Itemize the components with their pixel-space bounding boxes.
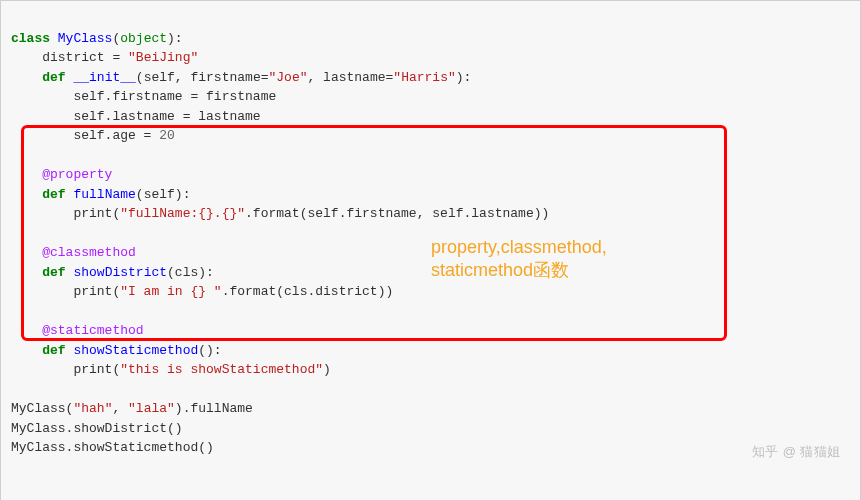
- params: (cls):: [167, 265, 214, 280]
- indent: [11, 265, 42, 280]
- string-literal: "BeiJing": [128, 50, 198, 65]
- code-text: .format(cls.district)): [222, 284, 394, 299]
- keyword-def: def: [42, 70, 73, 85]
- params: ():: [198, 343, 221, 358]
- paren-close: ):: [456, 70, 472, 85]
- function-fullname: fullName: [73, 187, 135, 202]
- comma: , lastname=: [308, 70, 394, 85]
- code-cell: class MyClass(object): district = "BeiJi…: [0, 0, 861, 500]
- string-literal: "fullName:{}.{}": [120, 206, 245, 221]
- comma: ,: [112, 401, 128, 416]
- decorator-property: @property: [11, 167, 112, 182]
- function-showstatic: showStaticmethod: [73, 343, 198, 358]
- decorator-classmethod: @classmethod: [11, 245, 136, 260]
- string-literal: "Harris": [393, 70, 455, 85]
- builtin-object: object: [120, 31, 167, 46]
- string-literal: "I am in {} ": [120, 284, 221, 299]
- code-line: MyClass.showStaticmethod(): [11, 440, 214, 455]
- annotation-line1: property,classmethod,: [431, 237, 607, 257]
- decorator-staticmethod: @staticmethod: [11, 323, 144, 338]
- params: (self):: [136, 187, 191, 202]
- indent: [11, 343, 42, 358]
- code-text: ): [323, 362, 331, 377]
- watermark-text: 知乎 @ 猫猫姐: [752, 442, 841, 462]
- class-name: MyClass: [58, 31, 113, 46]
- keyword-def: def: [42, 187, 73, 202]
- indent: [11, 70, 42, 85]
- code-text: ).fullName: [175, 401, 253, 416]
- code-text: self.age =: [11, 128, 159, 143]
- string-literal: "Joe": [268, 70, 307, 85]
- params: (self, firstname=: [136, 70, 269, 85]
- function-showdistrict: showDistrict: [73, 265, 167, 280]
- string-literal: "lala": [128, 401, 175, 416]
- code-text: district =: [11, 50, 128, 65]
- code-text: print(: [11, 284, 120, 299]
- code-line: MyClass.showDistrict(): [11, 421, 183, 436]
- code-text: MyClass(: [11, 401, 73, 416]
- code-text: .format(self.firstname, self.lastname)): [245, 206, 549, 221]
- code-text: print(: [11, 206, 120, 221]
- code-line: self.firstname = firstname: [11, 89, 276, 104]
- string-literal: "this is showStaticmethod": [120, 362, 323, 377]
- code-line: self.lastname = lastname: [11, 109, 261, 124]
- code-text: print(: [11, 362, 120, 377]
- colon: ):: [167, 31, 183, 46]
- string-literal: "hah": [73, 401, 112, 416]
- keyword-def: def: [42, 265, 73, 280]
- keyword-class: class: [11, 31, 58, 46]
- indent: [11, 187, 42, 202]
- keyword-def: def: [42, 343, 73, 358]
- number-literal: 20: [159, 128, 175, 143]
- highlight-box: [21, 125, 727, 341]
- function-init: __init__: [73, 70, 135, 85]
- annotation-line2: staticmethod函数: [431, 260, 569, 280]
- annotation-text: property,classmethod,staticmethod函数: [431, 236, 691, 283]
